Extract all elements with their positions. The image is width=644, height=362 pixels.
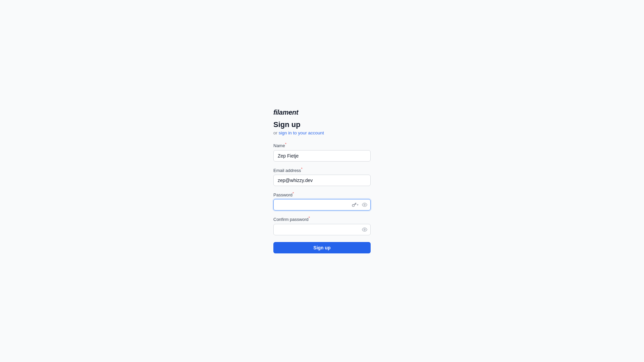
chevron-down-icon: ▾ (357, 203, 359, 206)
password-toggle-visibility-button[interactable] (361, 201, 368, 208)
eye-icon (362, 202, 367, 207)
email-field-group: Email address* (273, 167, 371, 186)
confirm-password-input[interactable] (273, 224, 371, 235)
svg-point-1 (364, 204, 365, 205)
password-required-star: * (292, 191, 294, 195)
sign-in-line: or sign in to your account (273, 130, 371, 135)
confirm-password-required-star: * (309, 216, 310, 220)
confirm-password-input-wrapper (273, 224, 371, 235)
email-label: Email address* (273, 167, 371, 173)
name-field-group: Name* (273, 142, 371, 161)
password-label: Password* (273, 191, 371, 197)
confirm-password-label: Confirm password* (273, 216, 371, 222)
email-input-wrapper (273, 175, 371, 186)
page-title: Sign up (273, 120, 371, 129)
svg-point-2 (364, 229, 365, 230)
email-input[interactable] (273, 175, 371, 186)
confirm-password-toggle-visibility-button[interactable] (361, 226, 368, 233)
signup-form: filament Sign up or sign in to your acco… (273, 109, 371, 253)
name-required-star: * (285, 142, 286, 146)
password-icons: ▾ (351, 201, 368, 208)
name-label: Name* (273, 142, 371, 148)
app-logo: filament (273, 109, 371, 116)
key-icon (352, 202, 357, 207)
sign-in-prefix: or (273, 130, 277, 135)
password-generator-button[interactable]: ▾ (351, 202, 360, 208)
signup-button[interactable]: Sign up (273, 242, 371, 253)
sign-in-link[interactable]: sign in to your account (279, 130, 324, 135)
confirm-password-field-group: Confirm password* (273, 216, 371, 235)
password-input-wrapper: ▾ (273, 199, 371, 210)
name-input-wrapper (273, 150, 371, 162)
email-required-star: * (301, 167, 302, 171)
name-input[interactable] (273, 150, 371, 162)
eye-icon (362, 227, 367, 232)
password-field-group: Password* ▾ (273, 191, 371, 210)
